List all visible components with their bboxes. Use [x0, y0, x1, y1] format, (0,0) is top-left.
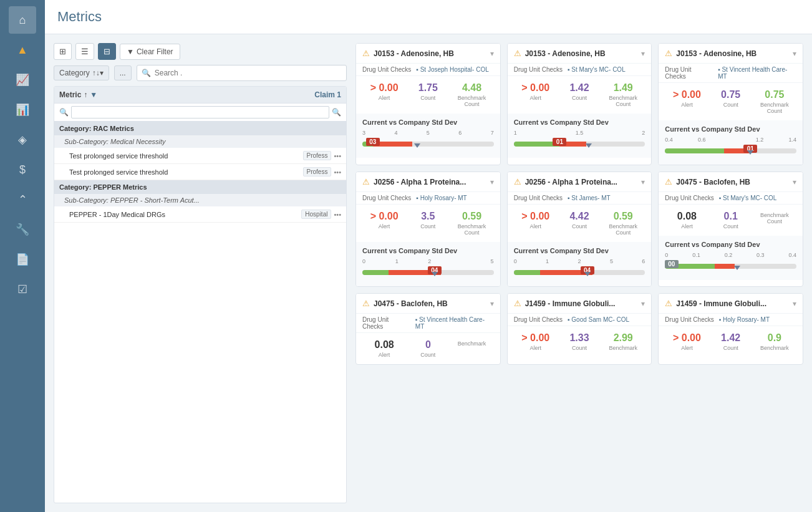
- card-6-title: J0475 - Baclofen, HB: [676, 178, 789, 186]
- card-3-title: J0153 - Adenosine, HB: [676, 49, 789, 58]
- filter-row: Category ↑↓▾ ... 🔍: [54, 65, 347, 81]
- metrics-table: Metric ↑ ▼ Claim 1 🔍 🔍 Category: RAC Met…: [54, 86, 347, 503]
- card-7-title: J0475 - Baclofen, HB: [374, 299, 486, 308]
- view-grid-btn[interactable]: ⊟: [98, 43, 116, 60]
- card-4-header: ⚠ J0256 - Alpha 1 Proteina... ▾: [356, 172, 500, 192]
- metric-card-1: ⚠ J0153 - Adenosine, HB ▾ Drug Unit Chec…: [355, 43, 501, 165]
- card-6-expand[interactable]: ▾: [793, 178, 796, 186]
- metric-card-7: ⚠ J0475 - Baclofen, HB ▾ Drug Unit Check…: [355, 293, 501, 365]
- row-dots-3[interactable]: •••: [334, 211, 341, 218]
- card-1-stats: > 0.00 Alert 1.75 Count 4.48 BenchmarkCo…: [356, 76, 500, 114]
- sidebar-item-cube[interactable]: ◈: [9, 126, 36, 153]
- card-5-title: J0256 - Alpha 1 Proteina...: [525, 178, 638, 186]
- card-5-chart: Current vs Company Std Dev 01256 04: [508, 242, 652, 286]
- metric-card-4: ⚠ J0256 - Alpha 1 Proteina... ▾ Drug Uni…: [355, 171, 501, 287]
- category-pepper: Category: PEPPER Metrics: [54, 180, 346, 194]
- sidebar-item-bar[interactable]: 📊: [9, 96, 36, 123]
- main-area: Metrics ⊞ ☰ ⊟ ▼ Clear Filter Category ↑↓…: [45, 0, 812, 512]
- clear-filter-btn[interactable]: ▼ Clear Filter: [120, 44, 180, 60]
- card-9-stats: > 0.00 Alert 1.42 Count 0.9 Benchmark: [659, 326, 803, 357]
- card-5-header: ⚠ J0256 - Alpha 1 Proteina... ▾: [508, 172, 652, 192]
- card-8-expand[interactable]: ▾: [641, 299, 645, 308]
- table-row[interactable]: PEPPER - 1Day Medical DRGs Hospital •••: [54, 206, 346, 223]
- col-claim-header: Claim 1: [291, 90, 341, 99]
- card-2-expand[interactable]: ▾: [641, 49, 645, 58]
- alert-icon-5: ⚠: [514, 177, 521, 186]
- sub-cat-pepper: Sub-Category: PEPPER - Short-Term Acut..…: [54, 194, 346, 206]
- card-1-sub: Drug Unit Checks ▪ St Joseph Hospital- C…: [356, 64, 500, 76]
- sidebar-item-doc[interactable]: 📄: [9, 246, 36, 273]
- filter-icon: ▼: [127, 47, 134, 56]
- table-row[interactable]: Test prolonged service threshold Profess…: [54, 164, 346, 180]
- content-area: ⊞ ☰ ⊟ ▼ Clear Filter Category ↑↓▾ ... 🔍: [45, 34, 812, 512]
- card-7-expand[interactable]: ▾: [490, 299, 494, 308]
- page-title: Metrics: [57, 9, 800, 25]
- card-5-sub: Drug Unit Checks ▪ St James- MT: [508, 192, 652, 205]
- card-2-stats: > 0.00 Alert 1.42 Count 1.49 BenchmarkCo…: [508, 76, 652, 114]
- category-tag[interactable]: Category ↑↓▾: [54, 65, 109, 80]
- card-3-expand[interactable]: ▾: [793, 49, 796, 58]
- metric-card-2: ⚠ J0153 - Adenosine, HB ▾ Drug Unit Chec…: [507, 43, 652, 165]
- metric-search-input[interactable]: [71, 106, 329, 118]
- card-4-stats: > 0.00 Alert 3.5 Count 0.59 BenchmarkCou…: [356, 205, 500, 242]
- sub-cat-medical: Sub-Category: Medical Necessity: [54, 135, 346, 148]
- metric-card-9: ⚠ J1459 - Immune Globuli... ▾ Drug Unit …: [658, 293, 803, 365]
- search-icon-small: 🔍: [59, 108, 69, 117]
- sidebar-item-chevron[interactable]: ⌃: [9, 186, 36, 213]
- filter-col-icon[interactable]: ▼: [90, 90, 97, 99]
- card-4-expand[interactable]: ▾: [490, 178, 494, 186]
- col-metric-header: Metric ↑ ▼: [59, 90, 289, 99]
- left-panel: ⊞ ☰ ⊟ ▼ Clear Filter Category ↑↓▾ ... 🔍: [54, 43, 347, 503]
- sidebar: ⌂ ▲ 📈 📊 ◈ $ ⌃ 🔧 📄 ☑: [0, 0, 45, 512]
- card-4-title: J0256 - Alpha 1 Proteina...: [374, 178, 486, 186]
- alert-icon-8: ⚠: [514, 299, 521, 308]
- search-container: 🔍: [137, 65, 347, 81]
- card-4-sub: Drug Unit Checks ▪ Holy Rosary- MT: [356, 192, 500, 205]
- card-1-chart: Current vs Company Std Dev 34567 03: [356, 114, 500, 158]
- card-3-header: ⚠ J0153 - Adenosine, HB ▾: [659, 44, 803, 64]
- alert-icon-2: ⚠: [514, 49, 521, 58]
- card-6-chart: Current vs Company Std Dev 00.10.20.30.4…: [659, 236, 803, 280]
- alert-icon-1: ⚠: [362, 49, 370, 58]
- page-header: Metrics: [45, 0, 812, 34]
- card-3-sub: Drug Unit Checks ▪ St Vincent Health Car…: [659, 64, 803, 83]
- card-7-header: ⚠ J0475 - Baclofen, HB ▾: [356, 294, 500, 314]
- metric-card-3: ⚠ J0153 - Adenosine, HB ▾ Drug Unit Chec…: [658, 43, 803, 165]
- table-row[interactable]: Test prolonged service threshold Profess…: [54, 148, 346, 164]
- sidebar-item-todo[interactable]: ☑: [9, 276, 36, 303]
- view-list-btn[interactable]: ☰: [75, 43, 94, 60]
- search-icon: 🔍: [142, 69, 151, 77]
- more-tag[interactable]: ...: [114, 65, 132, 80]
- card-6-stats: 0.08 Alert 0.1 Count BenchmarkCount: [659, 205, 803, 236]
- card-2-chart: Current vs Company Std Dev 11.52 01: [508, 114, 652, 158]
- sidebar-item-alert[interactable]: ▲: [9, 36, 36, 64]
- card-1-expand[interactable]: ▾: [490, 49, 494, 58]
- card-8-stats: > 0.00 Alert 1.33 Count 2.99 Benchmark: [508, 326, 652, 357]
- alert-icon-4: ⚠: [362, 177, 370, 186]
- sidebar-item-wrench[interactable]: 🔧: [9, 216, 36, 243]
- card-9-sub: Drug Unit Checks ▪ Holy Rosary- MT: [659, 314, 803, 326]
- view-table-btn[interactable]: ⊞: [54, 43, 72, 60]
- sort-icon: ↑↓▾: [92, 69, 104, 77]
- sort-asc-icon[interactable]: ↑: [84, 90, 87, 99]
- sidebar-item-dollar[interactable]: $: [9, 156, 36, 183]
- claim-search-icon: 🔍: [332, 108, 341, 117]
- card-6-header: ⚠ J0475 - Baclofen, HB ▾: [659, 172, 803, 192]
- table-header: Metric ↑ ▼ Claim 1: [54, 87, 346, 104]
- alert-icon-3: ⚠: [665, 49, 672, 58]
- alert-icon-7: ⚠: [362, 299, 370, 308]
- sidebar-item-chart[interactable]: 📈: [9, 66, 36, 94]
- card-9-expand[interactable]: ▾: [793, 299, 796, 308]
- row-dots-2[interactable]: •••: [334, 168, 341, 176]
- search-input[interactable]: [137, 65, 347, 81]
- card-5-expand[interactable]: ▾: [641, 178, 645, 186]
- sidebar-item-home[interactable]: ⌂: [9, 6, 36, 34]
- alert-icon-9: ⚠: [665, 299, 672, 308]
- card-7-sub: Drug Unit Checks ▪ St Vincent Health Car…: [356, 314, 500, 333]
- card-2-header: ⚠ J0153 - Adenosine, HB ▾: [508, 44, 652, 64]
- card-9-title: J1459 - Immune Globuli...: [676, 299, 789, 308]
- alert-icon-6: ⚠: [665, 177, 672, 186]
- row-dots-1[interactable]: •••: [334, 152, 341, 160]
- card-8-sub: Drug Unit Checks ▪ Good Sam MC- COL: [508, 314, 652, 326]
- metric-card-6: ⚠ J0475 - Baclofen, HB ▾ Drug Unit Check…: [658, 171, 803, 287]
